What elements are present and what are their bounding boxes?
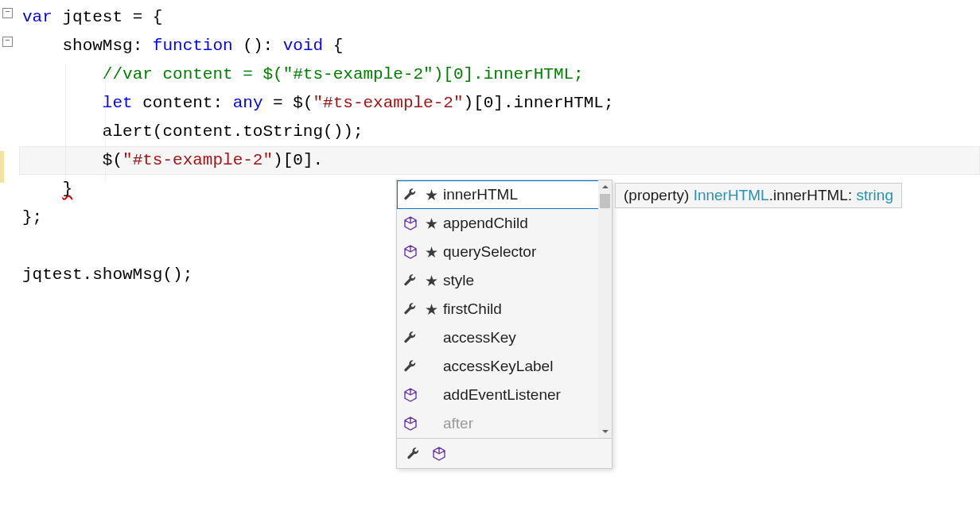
code-line-current[interactable]: $("#ts-example-2")[0]. [19, 146, 980, 175]
intellisense-popup[interactable]: ★innerHTML★appendChild★querySelector★sty… [396, 180, 612, 469]
completion-label: appendChild [443, 215, 605, 232]
keyword: any [233, 94, 263, 112]
completion-item[interactable]: after [397, 409, 612, 438]
completion-item[interactable]: ★querySelector [397, 238, 612, 266]
keyword: void [283, 37, 323, 55]
completion-item[interactable]: addEventListener [397, 381, 612, 409]
completion-item[interactable]: accessKey [397, 323, 612, 352]
completion-item[interactable]: ★style [397, 266, 612, 295]
star-icon: ★ [424, 300, 438, 319]
completion-label: innerHTML [443, 186, 605, 203]
keyword: let [103, 94, 133, 112]
star-icon: ★ [424, 243, 438, 261]
completion-item[interactable]: accessKeyLabel [397, 352, 612, 381]
code-line[interactable]: let content: any = $("#ts-example-2")[0]… [19, 89, 980, 118]
signature-tooltip: (property) InnerHTML.innerHTML: string [615, 183, 902, 208]
scroll-up-icon[interactable] [599, 180, 612, 193]
filter-wrench-icon[interactable] [405, 445, 422, 463]
code-line[interactable]: var jqtest = { [19, 3, 980, 32]
completion-label: querySelector [443, 243, 605, 261]
string-literal: "#ts-example-2" [122, 151, 273, 169]
completion-label: addEventListener [443, 386, 605, 404]
tooltip-type: InnerHTML [694, 187, 769, 203]
wrench-icon [402, 358, 419, 375]
string-literal: "#ts-example-2" [313, 94, 464, 112]
completion-item[interactable]: ★firstChild [397, 295, 612, 323]
code-line[interactable]: //var content = $("#ts-example-2")[0].in… [19, 60, 980, 89]
completion-item[interactable]: ★appendChild [397, 209, 612, 238]
code-line[interactable]: alert(content.toString()); [19, 118, 980, 146]
cube-icon [402, 215, 419, 232]
tooltip-type: string [856, 187, 892, 203]
filter-cube-icon[interactable] [430, 445, 448, 463]
cube-icon [402, 243, 419, 261]
completion-label: after [443, 415, 605, 432]
keyword: function [153, 37, 233, 55]
error-squiggle: } [62, 180, 72, 198]
change-marker [0, 151, 4, 183]
completion-list[interactable]: ★innerHTML★appendChild★querySelector★sty… [397, 180, 612, 438]
completion-label: firstChild [443, 300, 605, 318]
code-line[interactable]: showMsg: function (): void { [19, 32, 980, 60]
completion-label: accessKey [443, 329, 605, 347]
star-icon: ★ [424, 272, 438, 290]
completion-label: style [443, 272, 605, 289]
indent-guide [105, 64, 106, 181]
indent-guide [65, 64, 66, 181]
completion-filter-bar [397, 438, 612, 468]
fold-toggle[interactable] [2, 37, 13, 47]
completion-item[interactable]: ★innerHTML [397, 180, 612, 209]
star-icon: ★ [424, 186, 438, 204]
star-icon: ★ [424, 215, 438, 233]
comment: //var content = $("#ts-example-2")[0].in… [103, 65, 584, 83]
wrench-icon [402, 272, 419, 289]
keyword: var [22, 8, 52, 26]
wrench-icon [402, 329, 419, 347]
wrench-icon [402, 186, 419, 203]
cube-icon [402, 415, 419, 432]
scroll-thumb[interactable] [600, 194, 610, 208]
fold-toggle[interactable] [2, 8, 13, 18]
scroll-down-icon[interactable] [599, 425, 612, 438]
completion-scrollbar[interactable] [598, 180, 612, 438]
completion-label: accessKeyLabel [443, 358, 605, 375]
cube-icon [402, 386, 419, 404]
wrench-icon [402, 300, 419, 318]
